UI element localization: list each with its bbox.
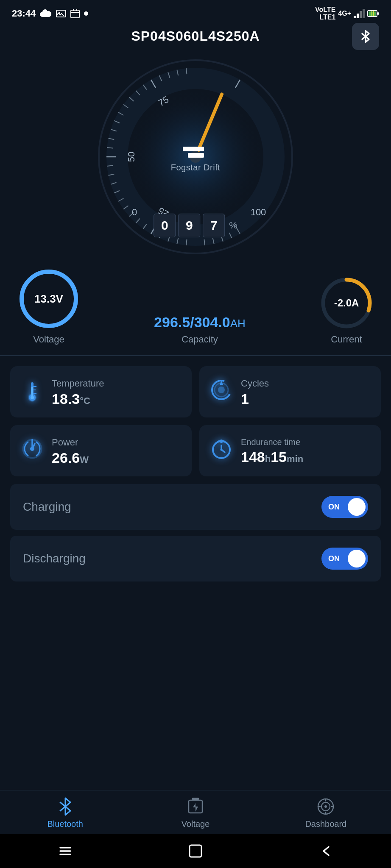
percent-digit-2: 7 <box>203 214 225 237</box>
notification-dot <box>84 11 88 16</box>
percent-display: 0 9 7 % <box>154 214 237 237</box>
nav-dashboard-label: Dashboard <box>305 819 346 829</box>
power-card: Power 26.6W <box>10 425 192 476</box>
cycles-value: 1 <box>241 391 269 407</box>
svg-point-77 <box>30 447 34 451</box>
stat-cards: Temperature 18.3°C Cycles 1 <box>0 366 391 477</box>
power-value: 26.6W <box>52 450 89 466</box>
capacity-current: 296.5 <box>154 314 190 330</box>
capacity-label: Capacity <box>154 334 246 345</box>
status-right: VoLTELTE1 4G+ <box>315 6 379 21</box>
clock-icon <box>209 437 233 461</box>
nav-voltage-icon <box>186 797 205 816</box>
status-left: 23:44 <box>12 8 88 19</box>
voltage-circle: 13.3V <box>17 267 81 331</box>
nav-dashboard[interactable]: Dashboard <box>261 797 391 829</box>
cycles-info: Cycles 1 <box>241 378 269 407</box>
capacity-slash: / <box>190 314 194 330</box>
endurance-card: Endurance time 148h15min <box>199 425 381 476</box>
svg-point-73 <box>218 387 225 393</box>
discharging-toggle[interactable]: ON <box>321 548 368 570</box>
svg-rect-3 <box>354 16 356 18</box>
android-home-button[interactable] <box>183 838 208 864</box>
nav-voltage[interactable]: Voltage <box>130 797 260 829</box>
android-recents-button[interactable] <box>53 838 78 864</box>
gauge-section: 50 25 75 0 100 Fogstar Drift <box>0 51 391 345</box>
signal-icon <box>354 9 365 18</box>
status-time: 23:44 <box>12 8 36 19</box>
svg-rect-4 <box>357 14 359 18</box>
current-metric: -2.0A Current <box>319 275 374 345</box>
endurance-card-header: Endurance time 148h15min <box>209 437 371 465</box>
gauge-container: 50 25 75 0 100 Fogstar Drift <box>94 55 297 259</box>
cycles-card-header: Cycles 1 <box>209 378 371 407</box>
divider-1 <box>0 355 391 356</box>
svg-point-86 <box>324 805 327 808</box>
temperature-card: Temperature 18.3°C <box>10 366 192 417</box>
svg-rect-5 <box>360 11 362 18</box>
current-value: -2.0A <box>334 297 359 309</box>
svg-rect-2 <box>71 10 79 18</box>
temperature-card-header: Temperature 18.3°C <box>20 378 182 407</box>
bluetooth-header-icon <box>359 30 372 43</box>
voltage-metric: 13.3V Voltage <box>17 267 81 345</box>
metrics-row: 13.3V Voltage 296.5/304.0AH Capacity <box>0 259 391 345</box>
capacity-value-display: 296.5/304.0AH <box>154 314 246 331</box>
charging-toggle-thumb <box>348 498 366 516</box>
battery-icon <box>367 9 379 18</box>
nav-bluetooth-icon <box>56 797 75 816</box>
svg-rect-6 <box>363 9 365 18</box>
network-type: 4G+ <box>338 10 351 17</box>
discharging-toggle-state: ON <box>328 554 340 563</box>
temperature-label: Temperature <box>52 378 104 389</box>
svg-rect-9 <box>377 12 379 15</box>
capacity-total: 304.0 <box>194 314 230 330</box>
header: SP04S060L4S250A <box>0 24 391 51</box>
android-back-button[interactable] <box>313 838 338 864</box>
toggle-rows: Charging ON Discharging ON <box>0 484 391 581</box>
percent-sign: % <box>229 220 237 231</box>
cloud-icon <box>40 9 52 18</box>
image-icon <box>56 9 66 18</box>
power-card-header: Power 26.6W <box>20 437 182 466</box>
discharging-row: Discharging ON <box>10 536 381 581</box>
current-circle: -2.0A <box>319 275 374 331</box>
svg-text:Fogstar Drift: Fogstar Drift <box>171 163 221 172</box>
voltage-label: Voltage <box>33 334 64 345</box>
endurance-label: Endurance time <box>241 437 303 447</box>
cycles-label: Cycles <box>241 378 269 389</box>
endurance-info: Endurance time 148h15min <box>241 437 303 465</box>
nav-voltage-label: Voltage <box>182 819 210 829</box>
power-info: Power 26.6W <box>52 437 89 466</box>
charging-toggle-state: ON <box>328 503 340 512</box>
bottom-nav: Bluetooth Voltage Dashboard <box>0 790 391 834</box>
nav-bluetooth-label: Bluetooth <box>47 819 83 829</box>
svg-rect-94 <box>190 845 201 857</box>
device-title: SP04S060L4S250A <box>131 28 260 44</box>
power-label: Power <box>52 437 89 448</box>
capacity-unit: AH <box>230 317 246 330</box>
cycle-icon <box>209 378 233 402</box>
voltage-value: 13.3V <box>34 292 63 306</box>
temperature-value: 18.3°C <box>52 391 104 407</box>
power-icon <box>20 437 44 461</box>
current-label: Current <box>331 334 362 345</box>
svg-rect-57 <box>188 153 204 158</box>
cycles-card: Cycles 1 <box>199 366 381 417</box>
nav-bluetooth[interactable]: Bluetooth <box>0 797 130 829</box>
status-bar: 23:44 VoLTELTE1 4G+ <box>0 0 391 24</box>
svg-point-81 <box>221 449 223 451</box>
percent-digit-1: 9 <box>178 214 200 237</box>
temperature-info: Temperature 18.3°C <box>52 378 104 407</box>
percent-digit-0: 0 <box>154 214 176 237</box>
android-nav <box>0 834 391 868</box>
svg-rect-56 <box>183 147 204 151</box>
svg-text:50: 50 <box>126 152 137 162</box>
charging-row: Charging ON <box>10 484 381 530</box>
charging-toggle[interactable]: ON <box>321 496 368 518</box>
charging-label: Charging <box>23 500 71 514</box>
bluetooth-button[interactable] <box>352 23 379 50</box>
carrier-label: VoLTELTE1 <box>315 6 335 21</box>
discharging-label: Discharging <box>23 552 86 565</box>
discharging-toggle-thumb <box>348 550 366 568</box>
